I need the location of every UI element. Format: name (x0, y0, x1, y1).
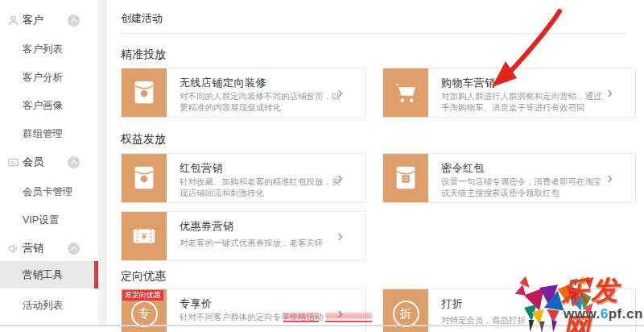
card-password-red-packet[interactable]: 密令红包 设置一句店铺专属密令，消费者即可在淘宝或天猫主搜搜索该密令领取红包 › (382, 153, 636, 203)
sidebar-group-member[interactable]: 会员 (0, 151, 98, 172)
card-red-packet-marketing[interactable]: 红包营销 针对收藏、加购和老客的精准红包投放，实现店铺回流和刺激转化 › (121, 153, 366, 203)
section-title-precise-delivery: 精准投放 (121, 48, 166, 62)
sidebar-item-customer-list[interactable]: 客户列表 (0, 39, 98, 60)
card-title: 密令红包 (441, 161, 485, 176)
marketing-tools-page: 客户 客户列表 客户分析 客户画像 群组管理 会员 会员卡管理 (0, 0, 644, 332)
watermark-link-fragment (283, 313, 319, 319)
sidebar-content-divider (98, 0, 107, 325)
sidebar-group-label: 客户 (23, 13, 43, 27)
page-title: 创建活动 (121, 11, 163, 26)
section-title-rights-distribution: 权益发放 (121, 132, 166, 147)
watermark-underline (325, 321, 372, 322)
sidebar-item-activity-list[interactable]: 活动列表 (0, 295, 98, 316)
red-packet-icon (122, 68, 167, 117)
card-title: 优惠券营销 (180, 219, 234, 234)
collapse-toggle-icon[interactable] (68, 15, 80, 27)
sidebar: 客户 客户列表 客户分析 客户画像 群组管理 会员 会员卡管理 (0, 0, 98, 325)
sidebar-group-label: 会员 (23, 155, 43, 169)
watermark-underline (283, 321, 319, 322)
card-title: 红包营销 (180, 161, 223, 176)
member-card-icon (7, 156, 19, 168)
sidebar-item-customer-profile[interactable]: 客户画像 (0, 95, 98, 116)
coupon-icon: ¥ (122, 212, 167, 260)
watermark-site-url: www.6pf.cn (564, 306, 643, 322)
sidebar-item-group-management[interactable]: 群组管理 (0, 123, 98, 144)
sidebar-item-member-card[interactable]: 会员卡管理 (0, 181, 98, 202)
sidebar-item-marketing-tools[interactable]: 营销工具 (0, 264, 98, 285)
card-wireless-shop-decoration[interactable]: 无线店铺定向装修 对不同的人群定向装修不同的店铺首页，以更精准的内容展现促成转化… (121, 68, 366, 118)
collapse-toggle-icon[interactable] (68, 243, 80, 255)
shopping-cart-icon (383, 68, 428, 117)
sidebar-item-customer-analysis[interactable]: 客户分析 (0, 67, 98, 88)
chevron-right-icon: › (337, 226, 343, 245)
chevron-right-icon: › (337, 82, 343, 102)
sidebar-group-customer[interactable]: 客户 (0, 10, 98, 31)
card-desc: 针对不同客户群体的定向专享价格活动 (180, 311, 345, 322)
card-desc: 针对收藏、加购和老客的精准红包投放，实现店铺回流和刺激转化 (180, 176, 345, 198)
section-title-targeted-discount: 定向优惠 (121, 269, 166, 284)
card-cart-marketing[interactable]: 购物车营销 对加购人群进行人群洞察和定向营销，通过手淘购物车、消息盒子等进行有效… (382, 68, 636, 118)
red-packet-note-icon (383, 154, 428, 202)
site-watermark: 乐发网 www.6pf.cn (510, 271, 644, 332)
chevron-right-icon: › (337, 168, 343, 187)
red-packet-icon (122, 154, 167, 202)
card-desc: 对不同的人群定向装修不同的店铺首页，以更精准的内容展现促成转化 (180, 90, 345, 113)
user-icon (7, 15, 19, 27)
watermark-site-name: 乐发网 (560, 271, 644, 332)
chevron-right-icon: › (607, 168, 613, 187)
card-desc: 对老客的一键式优惠券投放，老客关怀 (180, 237, 345, 248)
card-coupon-marketing[interactable]: ¥ 优惠券营销 对老客的一键式优惠券投放，老客关怀 › (121, 211, 366, 261)
card-desc: 对加购人群进行人群洞察和定向营销，通过手淘购物车、消息盒子等进行有效召回 (441, 90, 606, 113)
collapse-toggle-icon[interactable] (68, 156, 80, 168)
watermark-link-fragment (325, 313, 372, 319)
sidebar-group-marketing[interactable]: 营销 (0, 238, 98, 259)
card-title: 打折 (441, 297, 463, 311)
card-title: 专享价 (180, 297, 213, 311)
card-desc: 设置一句店铺专属密令，消费者即可在淘宝或天猫主搜搜索该密令领取红包 (441, 176, 606, 198)
card-title: 购物车营销 (441, 76, 496, 90)
divider (119, 33, 626, 34)
chevron-right-icon: › (607, 82, 613, 102)
card-title: 无线店铺定向装修 (180, 76, 266, 90)
origin-targeted-discount-badge: 原定向优惠 (122, 290, 163, 301)
megaphone-icon (7, 243, 19, 255)
svg-text:¥: ¥ (142, 232, 147, 241)
sidebar-item-vip-settings[interactable]: VIP设置 (0, 210, 98, 230)
sidebar-group-label: 营销 (23, 241, 43, 255)
